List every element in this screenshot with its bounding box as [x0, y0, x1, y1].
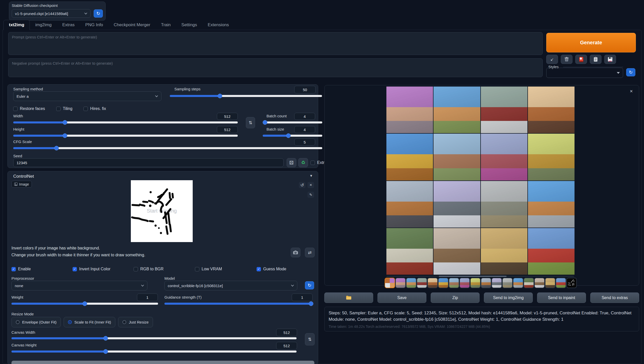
- gallery-image[interactable]: [481, 181, 527, 228]
- radio-envelope-outer-fit-[interactable]: Envelope (Outer Fit): [11, 317, 61, 327]
- gallery-image[interactable]: [386, 181, 433, 228]
- checkbox-enable[interactable]: ✓Enable: [11, 267, 31, 271]
- height-value[interactable]: 512: [217, 126, 238, 133]
- gallery-image[interactable]: [386, 134, 433, 180]
- brush-button[interactable]: ✎: [307, 192, 314, 198]
- thumbnail-image[interactable]: [406, 278, 416, 288]
- thumbnail-scrollbar[interactable]: [386, 276, 574, 277]
- thumbnail-image[interactable]: [459, 278, 470, 288]
- batch-count-slider[interactable]: [263, 121, 322, 123]
- thumbnail-image[interactable]: [524, 278, 534, 288]
- collapse-arrow-icon[interactable]: ▼: [310, 174, 313, 178]
- radio-just-resize[interactable]: Just Resize: [118, 317, 153, 327]
- gallery-image[interactable]: [528, 134, 575, 180]
- gallery-image[interactable]: [433, 181, 480, 228]
- checkbox-low-vram[interactable]: Low VRAM: [195, 267, 222, 271]
- tab-settings[interactable]: Settings: [176, 20, 202, 30]
- gallery-image[interactable]: [386, 87, 433, 133]
- styles-dropdown[interactable]: [546, 68, 623, 78]
- checkpoint-refresh-button[interactable]: ↻: [94, 9, 103, 18]
- generate-button[interactable]: Generate: [546, 33, 636, 52]
- thumbnail-image[interactable]: [556, 278, 566, 288]
- weight-value[interactable]: 1: [137, 293, 158, 301]
- canvas-height-slider[interactable]: [11, 351, 297, 353]
- controlnet-drawing-canvas[interactable]: Start drawing: [131, 180, 193, 242]
- width-value[interactable]: 512: [217, 113, 238, 120]
- model-refresh-button[interactable]: ↻: [305, 281, 314, 289]
- checkbox-hires-fix[interactable]: Hires. fix: [83, 106, 106, 111]
- thumbnail-image[interactable]: [513, 278, 523, 288]
- undo-drawing-button[interactable]: ↺: [299, 182, 305, 188]
- apply-style-button[interactable]: [590, 55, 601, 64]
- open-folder-button[interactable]: [324, 292, 373, 303]
- checkbox-rgb-to-bgr[interactable]: RGB to BGR: [134, 267, 164, 271]
- thumbnail-grid[interactable]: [385, 278, 395, 288]
- thumbnail-image[interactable]: [481, 278, 491, 288]
- read-params-button[interactable]: ↙: [546, 55, 558, 64]
- thumbnail-image[interactable]: [427, 278, 438, 288]
- send-to-img2img-button[interactable]: Send to img2img: [484, 292, 533, 303]
- mirror-webcam-button[interactable]: ⇄: [305, 248, 315, 257]
- reuse-seed-button[interactable]: ♻: [298, 158, 308, 167]
- checkpoint-dropdown[interactable]: v1-5-pruned.ckpt [e1441589a6]: [12, 9, 91, 18]
- negative-prompt-input[interactable]: [8, 59, 542, 77]
- preprocessor-dropdown[interactable]: none: [11, 281, 147, 290]
- thumbnail-image[interactable]: [545, 278, 555, 288]
- thumbnail-scribble[interactable]: [566, 278, 577, 288]
- prompt-input[interactable]: [8, 32, 542, 55]
- save-button[interactable]: Save: [377, 292, 426, 303]
- gallery-image[interactable]: [528, 181, 575, 228]
- tab-png-info[interactable]: PNG Info: [80, 20, 108, 30]
- tab-img2img[interactable]: img2img: [30, 20, 57, 30]
- sampling-steps-value[interactable]: 50: [294, 86, 316, 93]
- extra-networks-button[interactable]: [575, 55, 587, 64]
- clear-prompt-button[interactable]: [561, 55, 572, 64]
- styles-refresh-button[interactable]: ↻: [626, 68, 635, 76]
- random-seed-button[interactable]: ⚄: [287, 158, 296, 167]
- checkbox-restore-faces[interactable]: Restore faces: [13, 106, 45, 111]
- gallery-image[interactable]: [481, 228, 527, 275]
- send-to-inpaint-button[interactable]: Send to inpaint: [537, 292, 586, 303]
- controlnet-model-dropdown[interactable]: control_scribble-fp16 [c508311e]: [164, 281, 297, 290]
- cfg-scale-value[interactable]: 5: [294, 138, 315, 146]
- gallery-image[interactable]: [386, 228, 433, 275]
- swap-dimensions-button[interactable]: ⇅: [246, 117, 255, 128]
- thumbnail-image[interactable]: [417, 278, 427, 288]
- image-tab-chip[interactable]: Image: [11, 181, 32, 188]
- gallery-image[interactable]: [481, 134, 527, 180]
- height-slider[interactable]: [13, 135, 238, 137]
- batch-count-value[interactable]: 4: [294, 113, 315, 120]
- sampling-steps-slider[interactable]: [170, 95, 322, 97]
- tab-checkpoint-merger[interactable]: Checkpoint Merger: [108, 20, 156, 30]
- gallery-image[interactable]: [433, 228, 480, 275]
- script-dropdown-bar[interactable]: [11, 361, 314, 364]
- thumbnail-image[interactable]: [449, 278, 459, 288]
- checkbox-guess-mode[interactable]: ✓Guess Mode: [257, 267, 286, 271]
- gallery-image[interactable]: [528, 87, 575, 133]
- tab-extensions[interactable]: Extensions: [202, 20, 234, 30]
- tab-txt2img[interactable]: txt2img: [3, 20, 30, 30]
- gallery-image[interactable]: [433, 87, 480, 133]
- canvas-height-value[interactable]: 512: [276, 342, 297, 349]
- cfg-scale-slider[interactable]: [13, 147, 322, 149]
- checkbox-invert-input-color[interactable]: ✓Invert Input Color: [73, 267, 110, 271]
- checkbox-tiling[interactable]: Tiling: [56, 106, 73, 111]
- seed-input[interactable]: [13, 158, 284, 167]
- weight-slider[interactable]: [11, 303, 158, 305]
- canvas-width-value[interactable]: 512: [276, 329, 297, 336]
- thumbnail-image[interactable]: [395, 278, 406, 288]
- batch-size-value[interactable]: 4: [294, 126, 315, 133]
- save-style-button[interactable]: [604, 55, 616, 64]
- thumbnail-image[interactable]: [492, 278, 502, 288]
- batch-size-slider[interactable]: [263, 135, 322, 137]
- thumbnail-image[interactable]: [470, 278, 481, 288]
- zip-button[interactable]: Zip: [431, 292, 480, 303]
- guidance-strength-value[interactable]: 1: [292, 293, 313, 301]
- thumbnail-image[interactable]: [438, 278, 449, 288]
- sampling-method-dropdown[interactable]: Euler a: [13, 91, 161, 101]
- radio-scale-to-fit-inner-fit-[interactable]: Scale to Fit (Inner Fit): [64, 317, 115, 327]
- gallery-image[interactable]: [481, 87, 527, 133]
- guidance-strength-slider[interactable]: [164, 303, 311, 305]
- thumbnail-image[interactable]: [534, 278, 545, 288]
- tab-extras[interactable]: Extras: [57, 20, 80, 30]
